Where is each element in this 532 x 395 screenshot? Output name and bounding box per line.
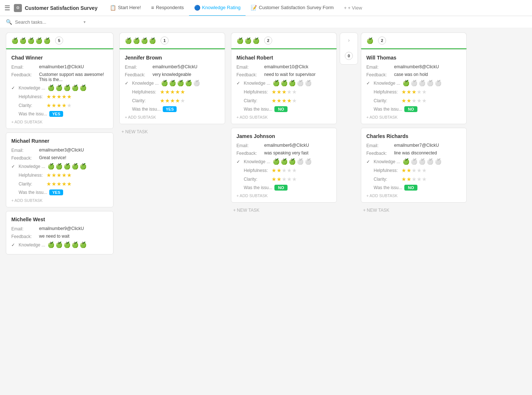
feedback-row: Feedback: need to wait for supervisor <box>236 72 331 77</box>
new-task-button[interactable]: + NEW TASK <box>231 206 337 214</box>
column-count-3: 2 <box>264 37 272 45</box>
helpfulness-row: Helpfulness: ★★★★★ <box>366 167 461 174</box>
card-michael-robert: Michael Robert Email: emailnumber10@Clic… <box>231 49 337 124</box>
feedback-value: very knowledgeable <box>153 72 220 77</box>
knowledge-row: ✓ Knowledge ... 🍏🍏🍏🍏🍏 <box>125 80 220 87</box>
feedback-row: Feedback: Customer support was awesome! … <box>11 72 108 82</box>
issue-label: Was the issu... <box>374 185 402 190</box>
issue-row: Was the issu... NO <box>366 106 461 112</box>
column-5-apples: 🍏 🍏 🍏 🍏 🍏 5 Chad Winner Email: emailnumb… <box>6 32 113 258</box>
clarity-label: Clarity: <box>244 98 269 103</box>
add-subtask-button[interactable]: + ADD SUBTASK <box>236 114 331 120</box>
search-input[interactable] <box>15 19 81 25</box>
search-icon: 🔍 <box>6 19 12 25</box>
email-label: Email: <box>366 143 392 148</box>
email-row: Email: emailnumber7@ClickU <box>366 143 461 148</box>
clarity-stars: ★★★★★ <box>271 97 297 104</box>
clarity-row: Clarity: ★★★★★ <box>11 181 108 187</box>
helpfulness-label: Helpfulness: <box>19 173 44 178</box>
knowledge-label: Knowledge ... <box>374 81 400 86</box>
knowledge-apples: 🍏🍏🍏🍏🍏 <box>47 241 87 248</box>
email-label: Email: <box>11 64 37 70</box>
feedback-value: need to wait for supervisor <box>264 72 331 77</box>
knowledge-apples: 🍏🍏🍏🍏🍏 <box>402 80 442 87</box>
card-name: Jennifer Brown <box>125 55 220 61</box>
expand-column-arrow[interactable]: › <box>348 37 350 43</box>
issue-badge: YES <box>49 189 63 195</box>
column-cards-4: Jennifer Brown Email: emailnumber5@Click… <box>119 49 225 136</box>
add-subtask-button[interactable]: + ADD SUBTASK <box>236 193 331 199</box>
clarity-label: Clarity: <box>244 177 269 182</box>
email-value: emailnumber1@ClickU <box>39 64 108 69</box>
column-1-apple: 🍏 2 Will Thomas Email: emailnumber8@Clic… <box>361 32 467 214</box>
email-value: emailnumber5@ClickU <box>153 64 220 69</box>
column-header-3: 🍏 🍏 🍏 2 <box>231 32 337 49</box>
email-label: Email: <box>236 143 262 148</box>
checkmark-icon: ✓ <box>11 85 16 91</box>
apple-rating-5: 🍏 🍏 🍏 🍏 🍏 <box>11 37 51 44</box>
collapsed-count: 0 <box>345 52 353 60</box>
add-view-button[interactable]: + + View <box>340 5 366 11</box>
tab-knowledge-rating[interactable]: 🔵 Knowledge Rating <box>189 0 246 16</box>
feedback-row: Feedback: line was disconnected <box>366 150 461 156</box>
knowledge-apples: 🍏🍏🍏🍏🍏 <box>161 80 200 87</box>
add-subtask-button[interactable]: + ADD SUBTASK <box>125 114 220 120</box>
issue-row: Was the issu... NO <box>366 185 461 191</box>
feedback-row: Feedback: Great service! <box>11 155 108 161</box>
add-subtask-button[interactable]: + ADD SUBTASK <box>11 119 108 125</box>
knowledge-apples: 🍏🍏🍏🍏🍏 <box>47 163 87 170</box>
feedback-row: Feedback: was speaking very fast <box>236 150 331 156</box>
helpfulness-stars: ★★★★★ <box>160 89 185 95</box>
email-label: Email: <box>11 226 37 231</box>
email-row: Email: emailnumber8@ClickU <box>366 64 461 70</box>
checkmark-icon: ✓ <box>366 159 371 164</box>
issue-badge: NO <box>274 185 288 191</box>
new-task-button[interactable]: + NEW TASK <box>361 206 467 214</box>
helpfulness-row: Helpfulness: ★★★★★ <box>11 93 108 100</box>
issue-label: Was the issu... <box>19 111 47 116</box>
column-cards-5: Chad Winner Email: emailnumber1@ClickU F… <box>6 49 113 254</box>
issue-row: Was the issu... NO <box>236 185 331 191</box>
issue-row: Was the issu... NO <box>236 106 331 112</box>
search-dropdown-arrow[interactable]: ▾ <box>84 20 86 24</box>
clarity-label: Clarity: <box>132 98 158 103</box>
card-name: Michael Runner <box>11 138 108 144</box>
feedback-label: Feedback: <box>11 234 37 239</box>
hamburger-icon[interactable]: ☰ <box>4 4 10 12</box>
knowledge-label: Knowledge ... <box>19 164 45 169</box>
knowledge-row: ✓ Knowledge ... 🍏🍏🍏🍏🍏 <box>11 241 108 248</box>
knowledge-apples: 🍏🍏🍏🍏🍏 <box>47 84 87 91</box>
tab-start-here[interactable]: 📋 Start Here! <box>105 0 146 16</box>
email-value: emailnumber6@ClickU <box>264 143 331 148</box>
knowledge-apples: 🍏🍏🍏🍏🍏 <box>273 158 312 165</box>
clarity-stars: ★★★★★ <box>271 176 297 183</box>
column-3-apples: 🍏 🍏 🍏 2 Michael Robert Email: emailnumbe… <box>231 32 337 214</box>
helpfulness-row: Helpfulness: ★★★★★ <box>236 89 331 95</box>
column-header-4: 🍏 🍏 🍏 🍏 1 <box>119 32 225 49</box>
checkmark-icon: ✓ <box>236 159 242 164</box>
helpfulness-label: Helpfulness: <box>132 89 158 95</box>
knowledge-label: Knowledge ... <box>374 159 400 164</box>
checkmark-icon: ✓ <box>236 81 242 86</box>
issue-label: Was the issu... <box>374 107 402 112</box>
email-row: Email: emailnumber1@ClickU <box>11 64 108 70</box>
apple-rating-1: 🍏 <box>366 37 374 44</box>
helpfulness-row: Helpfulness: ★★★★★ <box>236 167 331 174</box>
helpfulness-label: Helpfulness: <box>244 89 269 95</box>
tab-respondents[interactable]: ≡ Respondents <box>146 0 189 16</box>
helpfulness-stars: ★★★★★ <box>46 172 72 179</box>
feedback-row: Feedback: case was on hold <box>366 72 461 77</box>
add-subtask-button[interactable]: + ADD SUBTASK <box>11 198 108 203</box>
start-here-icon: 📋 <box>110 5 116 11</box>
clarity-stars: ★★★★★ <box>401 176 427 183</box>
helpfulness-stars: ★★★★★ <box>46 93 72 100</box>
add-subtask-button[interactable]: + ADD SUBTASK <box>366 114 461 120</box>
card-james-johnson: James Johnson Email: emailnumber6@ClickU… <box>231 128 337 203</box>
helpfulness-row: Helpfulness: ★★★★★ <box>125 89 220 95</box>
knowledge-label: Knowledge ... <box>244 81 270 86</box>
new-task-button[interactable]: + NEW TASK <box>119 128 225 136</box>
feedback-label: Feedback: <box>11 72 37 77</box>
tab-survey-form[interactable]: 📝 Customer Satisfaction Survey Form <box>246 0 339 16</box>
email-row: Email: emailnumber5@ClickU <box>125 64 220 70</box>
add-subtask-button[interactable]: + ADD SUBTASK <box>366 193 461 199</box>
